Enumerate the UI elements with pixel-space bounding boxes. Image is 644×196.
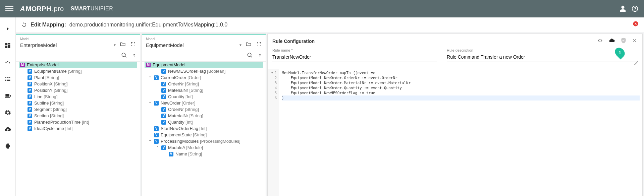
svg-point-0 [5,62,6,63]
expand-collapse-icon[interactable] [258,53,262,59]
svg-point-2 [9,62,10,63]
search-icon[interactable] [121,52,127,59]
tree-item[interactable]: VStartNewOrderFlag [Int] [145,125,263,132]
collapse-toggle-icon[interactable]: ⌃ [155,146,159,149]
tree-item[interactable]: VMaterialNr [String] [145,87,263,93]
tree-item[interactable]: VNewMESOrderFlag [Boolean] [145,68,263,74]
tree-item[interactable]: VQuantity [Int] [145,119,263,125]
topbar: AMORPH.pro SMARTUNIFIER [0,0,644,17]
nav-watch-button[interactable] [4,142,12,150]
nav-settings-button[interactable] [4,109,12,117]
nav-models-button[interactable] [4,58,12,66]
tree-item[interactable]: VPlant [String] [19,74,137,81]
svg-point-1 [7,61,8,62]
expand-collapse-icon[interactable] [132,53,137,59]
collapse-toggle-icon[interactable]: ⌃ [148,76,152,79]
verify-icon[interactable] [620,37,627,45]
tree-item[interactable]: ⌃VNewOrder [Order] [145,100,263,106]
resize-handle-icon[interactable] [634,61,638,65]
model-panel-enterprise: Model EnterpriseModel▼ MEnterpriseModelV… [16,34,140,196]
product-name: SMARTUNIFIER [70,6,113,12]
tree-item[interactable]: VQuantity [Int] [145,93,263,100]
model-label: Model [146,37,242,41]
tree-item[interactable]: VLine [String] [19,93,137,100]
rule-panel: Rule Configuration Rule name * Rule de [267,34,643,196]
nav-dashboard-button[interactable] [4,42,12,50]
rule-desc-label: Rule description [447,48,638,52]
tree-item[interactable]: VMaterialNr [String] [145,113,263,119]
search-icon[interactable] [247,52,253,59]
nav-mappings-button[interactable] [4,75,12,83]
refresh-icon[interactable] [21,22,27,28]
breadcrumb-path: demo.productionmonitoring.unifier:Equipm… [69,22,227,28]
tree-item[interactable]: VName [String] [145,151,263,157]
brand-logo[interactable]: AMORPH.pro [20,5,64,13]
tree-item[interactable]: VIdealCycleTime [Int] [19,125,137,132]
tree-item[interactable]: VPositionY [String] [19,87,137,93]
code-view-icon[interactable] [597,38,603,45]
folder-open-icon[interactable] [246,41,252,48]
rule-name-input[interactable] [272,53,437,62]
tree-item[interactable]: VSegment [String] [19,106,137,113]
breadcrumb-bar: Edit Mapping: demo.productionmonitoring.… [16,17,644,32]
tree-item[interactable]: VSection [String] [19,113,137,119]
tree-item[interactable]: VOrderNr [String] [145,81,263,87]
fullscreen-icon[interactable] [256,42,262,48]
tree-root[interactable]: MEquipmentModel [145,62,263,68]
collapse-toggle-icon[interactable]: ⌃ [148,139,152,143]
model-panel-equipment: Model EquipmentModel▼ MEquipmentModelVNe… [142,34,266,196]
nav-expand-button[interactable] [4,25,12,33]
close-icon[interactable] [632,38,638,45]
side-rail [0,17,16,196]
nav-upload-button[interactable] [4,125,12,133]
caret-down-icon: ▼ [113,43,116,47]
tree-item[interactable]: VSubline [String] [19,100,137,106]
model-label: Model [20,37,116,41]
close-editor-button[interactable] [633,21,639,28]
code-editor[interactable]: 123456 MesModel.TransferNewOrder mapTo {… [268,69,642,196]
fullscreen-icon[interactable] [130,42,136,48]
menu-toggle-button[interactable] [5,5,13,13]
rule-name-label: Rule name * [272,48,437,52]
model-select-equipment[interactable]: EquipmentModel▼ [146,41,242,50]
breadcrumb-title: Edit Mapping: [31,22,66,28]
tree-equipment[interactable]: MEquipmentModelVNewMESOrderFlag [Boolean… [142,62,266,196]
tree-enterprise[interactable]: MEnterpriseModelVEquipmentName [String]V… [16,62,140,196]
tree-item[interactable]: VOrderNr [String] [145,106,263,113]
tree-item[interactable]: ⌃VCurrentOrder [Order] [145,74,263,81]
tree-item[interactable]: VEquipmentState [String] [145,132,263,138]
tree-item[interactable]: VPositionX [String] [19,81,137,87]
caret-down-icon: ▼ [239,43,242,47]
cloud-save-icon[interactable] [608,38,615,45]
nav-devices-button[interactable] [4,92,12,100]
tree-root[interactable]: MEnterpriseModel [19,62,137,68]
account-icon[interactable] [619,5,627,12]
rule-config-title: Rule Configuration [272,39,315,44]
tree-item[interactable]: ⌃VProcessingModules [ProcessingModules] [145,138,263,144]
tree-item[interactable]: VPlannedProductionTime [Int] [19,119,137,125]
help-icon[interactable] [631,5,639,12]
folder-open-icon[interactable] [120,41,126,48]
tree-item[interactable]: ⌃VModuleA [Module] [145,144,263,151]
collapse-toggle-icon[interactable]: ⌃ [148,101,152,105]
tree-item[interactable]: VEquipmentName [String] [19,68,137,74]
model-select-enterprise[interactable]: EnterpriseModel▼ [20,41,116,50]
rule-desc-input[interactable] [447,53,638,62]
